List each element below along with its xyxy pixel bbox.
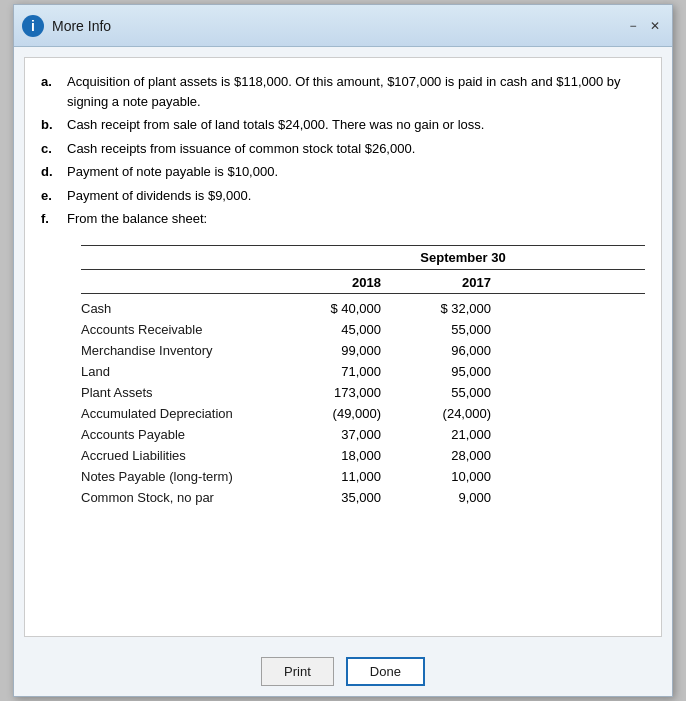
balance-sheet: September 30 2018 2017 Cash$ 40,000$ 32,… [81,245,645,508]
note-item-d: d.Payment of note payable is $10,000. [41,162,645,182]
bs-val-2018: 37,000 [281,427,391,442]
bs-header-label: September 30 [281,250,645,265]
content-area[interactable]: a.Acquisition of plant assets is $118,00… [24,57,662,637]
bs-val-2018: 45,000 [281,322,391,337]
note-text-b: Cash receipt from sale of land totals $2… [67,115,645,135]
bs-val-2017: 55,000 [391,322,501,337]
close-button[interactable]: ✕ [646,17,664,35]
bs-val-2017: 9,000 [391,490,501,505]
bs-val-2018: 173,000 [281,385,391,400]
bs-val-2018: $ 40,000 [281,301,391,316]
print-button[interactable]: Print [261,657,334,686]
bs-val-2017: 28,000 [391,448,501,463]
bs-val-2018: 18,000 [281,448,391,463]
table-row: Accumulated Depreciation(49,000)(24,000) [81,403,645,424]
info-icon: i [22,15,44,37]
bs-val-2017: 21,000 [391,427,501,442]
bs-item-name: Accumulated Depreciation [81,406,281,421]
note-label-d: d. [41,162,61,182]
title-bar: i More Info − ✕ [14,5,672,47]
bs-val-2018: 35,000 [281,490,391,505]
bs-item-name: Land [81,364,281,379]
bs-item-name: Accounts Receivable [81,322,281,337]
bs-rows-container: Cash$ 40,000$ 32,000Accounts Receivable4… [81,298,645,508]
bs-val-2017: 10,000 [391,469,501,484]
note-text-c: Cash receipts from issuance of common st… [67,139,645,159]
footer-area: Print Done [14,647,672,696]
bs-val-2018: (49,000) [281,406,391,421]
table-row: Common Stock, no par35,0009,000 [81,487,645,508]
note-label-c: c. [41,139,61,159]
note-text-f: From the balance sheet: [67,209,645,229]
bs-item-name: Merchandise Inventory [81,343,281,358]
bs-item-name: Common Stock, no par [81,490,281,505]
note-item-a: a.Acquisition of plant assets is $118,00… [41,72,645,111]
table-row: Accrued Liabilities18,00028,000 [81,445,645,466]
note-label-b: b. [41,115,61,135]
bs-item-name: Cash [81,301,281,316]
bs-item-name: Plant Assets [81,385,281,400]
window-controls: − ✕ [624,17,664,35]
bs-val-2018: 11,000 [281,469,391,484]
bs-item-name: Accounts Payable [81,427,281,442]
note-item-b: b.Cash receipt from sale of land totals … [41,115,645,135]
window-title: More Info [52,18,624,34]
bs-val-2018: 71,000 [281,364,391,379]
bs-val-2017: 55,000 [391,385,501,400]
table-row: Notes Payable (long-term)11,00010,000 [81,466,645,487]
bs-val-2017: (24,000) [391,406,501,421]
note-text-a: Acquisition of plant assets is $118,000.… [67,72,645,111]
note-label-e: e. [41,186,61,206]
minimize-button[interactable]: − [624,17,642,35]
table-row: Cash$ 40,000$ 32,000 [81,298,645,319]
table-row: Accounts Payable37,00021,000 [81,424,645,445]
table-row: Plant Assets173,00055,000 [81,382,645,403]
note-item-f: f.From the balance sheet: [41,209,645,229]
year-2017: 2017 [391,275,501,290]
table-row: Land71,00095,000 [81,361,645,382]
note-item-c: c.Cash receipts from issuance of common … [41,139,645,159]
note-text-e: Payment of dividends is $9,000. [67,186,645,206]
note-label-f: f. [41,209,61,229]
note-text-d: Payment of note payable is $10,000. [67,162,645,182]
bs-val-2017: 96,000 [391,343,501,358]
table-row: Merchandise Inventory99,00096,000 [81,340,645,361]
bs-val-2017: 95,000 [391,364,501,379]
bs-header-row: September 30 [81,245,645,270]
bs-item-name: Accrued Liabilities [81,448,281,463]
done-button[interactable]: Done [346,657,425,686]
bs-years-row: 2018 2017 [81,272,645,294]
table-row: Accounts Receivable45,00055,000 [81,319,645,340]
bs-item-name: Notes Payable (long-term) [81,469,281,484]
bs-val-2018: 99,000 [281,343,391,358]
note-item-e: e.Payment of dividends is $9,000. [41,186,645,206]
more-info-window: i More Info − ✕ a.Acquisition of plant a… [13,4,673,697]
year-2018: 2018 [281,275,391,290]
notes-list: a.Acquisition of plant assets is $118,00… [41,72,645,229]
note-label-a: a. [41,72,61,111]
bs-val-2017: $ 32,000 [391,301,501,316]
